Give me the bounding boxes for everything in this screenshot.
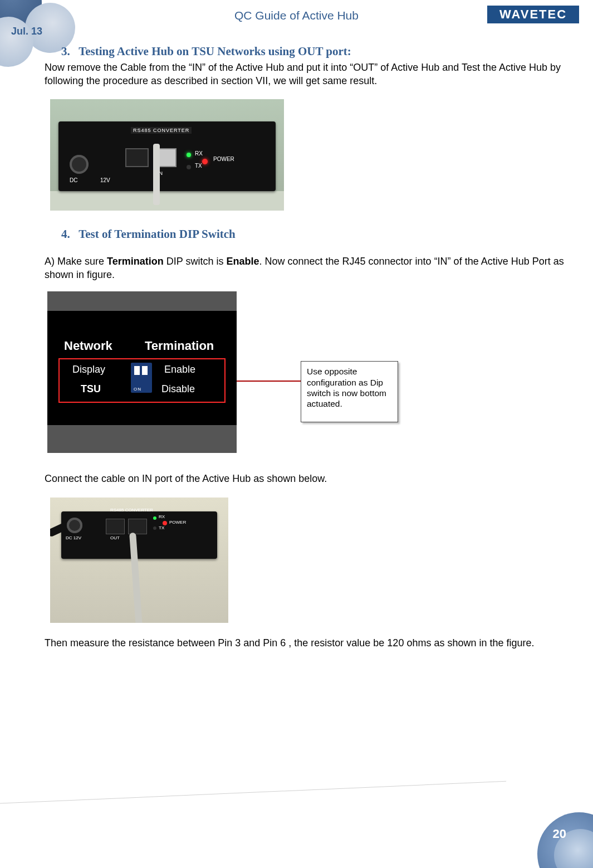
figure-bench	[50, 191, 284, 211]
rj45-port-in	[128, 519, 147, 534]
dip-switch-icon: ON	[131, 363, 152, 393]
label-12v: 12V	[100, 177, 110, 183]
corner-decoration-bottom-right	[498, 773, 593, 868]
figure-1-device-out-port: RS485 CONVERTER RX TX POWER DC IN 12V	[50, 99, 284, 211]
option-display: Display	[72, 364, 105, 376]
footer-divider	[0, 781, 506, 804]
led-rx-icon	[187, 153, 191, 157]
rj45-port-out	[125, 148, 149, 167]
option-enable: Enable	[164, 364, 195, 376]
text-fragment: DIP switch is	[164, 256, 227, 267]
label-rx: RX	[159, 514, 165, 519]
rs485-label: RS485 CONVERTER	[131, 127, 192, 134]
panel-heading-termination: Termination	[145, 339, 214, 353]
ethernet-cable-icon	[153, 144, 160, 205]
text-fragment: A) Make sure	[45, 256, 107, 267]
dip-on-label: ON	[134, 387, 141, 392]
callout-note: Use opposite configuration as Dip switch…	[301, 361, 398, 422]
label-tx: TX	[159, 525, 164, 530]
figure-3-device-in-port: RS485 CONVERTER RX TX POWER DC 12V OUT	[50, 498, 228, 623]
dip-switch-2	[142, 366, 148, 375]
document-date: Jul. 13	[11, 26, 42, 37]
section-4-number: 4.	[61, 227, 70, 241]
figure-2-dip-switch-panel: Network Termination Display TSU Enable D…	[47, 291, 237, 453]
figure-2-wrapper: Network Termination Display TSU Enable D…	[47, 291, 437, 453]
label-dc: DC	[70, 177, 77, 183]
paragraph-measure-resistance: Then measure the resistance between Pin …	[45, 636, 579, 650]
label-tx: TX	[195, 163, 202, 169]
wavetec-logo: WAVETEC	[487, 6, 579, 23]
text-bold-enable: Enable	[226, 256, 259, 267]
panel-heading-network: Network	[64, 339, 112, 353]
section-4-title: Test of Termination DIP Switch	[79, 227, 236, 241]
din-port-icon	[70, 155, 89, 174]
panel-edge	[47, 291, 237, 311]
led-tx-icon	[187, 165, 191, 169]
rj45-port-out	[106, 519, 125, 534]
text-bold-termination: Termination	[107, 256, 164, 267]
label-power: POWER	[213, 156, 234, 162]
rs485-label: RS485 CONVERTER	[110, 508, 153, 513]
device-chassis: RS485 CONVERTER RX TX POWER DC IN 12V	[58, 121, 276, 191]
label-rx: RX	[195, 150, 203, 157]
section-3-heading: 3. Testing Active Hub on TSU Networks us…	[61, 45, 579, 58]
option-tsu: TSU	[81, 383, 101, 395]
page-number: 20	[553, 827, 566, 841]
section-3-title: Testing Active Hub on TSU Networks using…	[79, 45, 351, 58]
led-power-icon	[202, 159, 208, 164]
label-dc: DC 12V	[66, 535, 81, 540]
section-3-body: Now remove the Cable from the “IN” of th…	[45, 61, 579, 88]
panel-edge	[47, 425, 237, 453]
dip-switch-1	[134, 366, 140, 375]
section-4-heading: 4. Test of Termination DIP Switch	[61, 227, 579, 241]
section-4-body-a: A) Make sure Termination DIP switch is E…	[45, 255, 579, 282]
section-3-number: 3.	[61, 45, 70, 58]
label-out: OUT	[110, 535, 120, 540]
label-power: POWER	[169, 520, 186, 525]
option-disable: Disable	[161, 383, 195, 395]
paragraph-connect-in-port: Connect the cable on IN port of the Acti…	[45, 472, 579, 485]
